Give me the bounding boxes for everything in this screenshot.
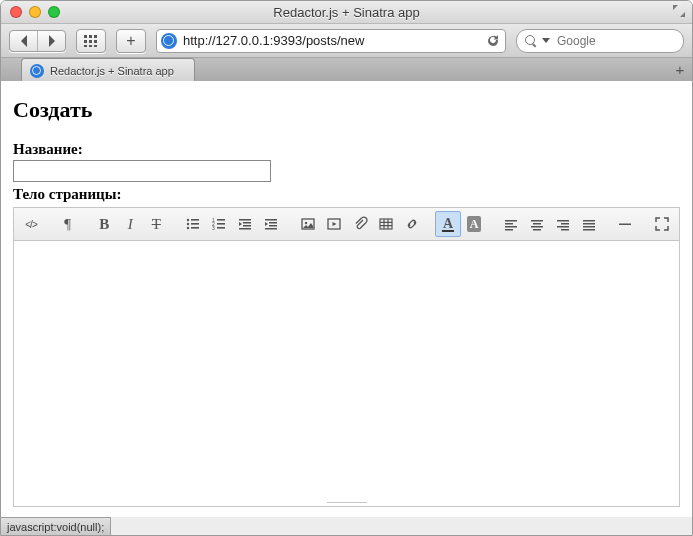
tab-strip: Redactor.js + Sinatra app + <box>1 58 692 83</box>
redactor-editor: </> ¶ B I T 123 <box>13 207 680 507</box>
editor-bold-button[interactable]: B <box>91 211 117 237</box>
minimize-window-button[interactable] <box>29 6 41 18</box>
editor-video-button[interactable] <box>321 211 347 237</box>
fullscreen-corner-icon[interactable] <box>672 4 686 18</box>
browser-tab[interactable]: Redactor.js + Sinatra app <box>21 58 195 82</box>
svg-rect-44 <box>533 229 541 231</box>
editor-backcolor-button[interactable]: A <box>461 211 487 237</box>
svg-rect-8 <box>94 45 97 47</box>
svg-rect-42 <box>533 223 541 225</box>
svg-rect-40 <box>505 229 513 231</box>
svg-rect-39 <box>505 226 517 228</box>
svg-rect-52 <box>583 229 595 231</box>
editor-indent-button[interactable] <box>258 211 284 237</box>
zoom-window-button[interactable] <box>48 6 60 18</box>
editor-toolbar: </> ¶ B I T 123 <box>14 208 679 241</box>
back-button[interactable] <box>10 31 37 51</box>
add-bookmark-button[interactable]: + <box>116 29 146 53</box>
svg-text:3: 3 <box>212 225 215 231</box>
svg-rect-53 <box>619 224 631 226</box>
window-controls <box>10 6 60 18</box>
reload-button[interactable] <box>485 33 501 49</box>
svg-rect-16 <box>217 219 225 221</box>
search-icon <box>525 35 537 47</box>
svg-rect-12 <box>191 223 199 225</box>
svg-rect-32 <box>380 219 392 229</box>
site-favicon-icon <box>161 33 177 49</box>
svg-rect-37 <box>505 220 517 222</box>
browser-window: Redactor.js + Sinatra app + http://127.0… <box>0 0 693 536</box>
svg-point-9 <box>187 219 189 221</box>
search-engine-dropdown-icon[interactable] <box>542 38 550 43</box>
svg-rect-7 <box>89 45 92 47</box>
editor-align-left-button[interactable] <box>498 211 524 237</box>
svg-rect-25 <box>265 219 277 221</box>
new-tab-button[interactable]: + <box>672 62 688 78</box>
editor-align-center-button[interactable] <box>524 211 550 237</box>
svg-rect-46 <box>561 223 569 225</box>
svg-point-30 <box>304 222 306 224</box>
editor-strike-button[interactable]: T <box>143 211 169 237</box>
editor-align-justify-button[interactable] <box>576 211 602 237</box>
search-field[interactable] <box>516 29 684 53</box>
svg-rect-2 <box>94 35 97 38</box>
editor-ul-button[interactable] <box>180 211 206 237</box>
svg-rect-28 <box>265 228 277 230</box>
editor-image-button[interactable] <box>295 211 321 237</box>
editor-italic-button[interactable]: I <box>117 211 143 237</box>
editor-table-button[interactable] <box>373 211 399 237</box>
svg-rect-38 <box>505 223 513 225</box>
svg-rect-24 <box>239 228 251 230</box>
editor-ol-button[interactable]: 123 <box>206 211 232 237</box>
name-input[interactable] <box>13 160 271 182</box>
search-input[interactable] <box>555 33 693 49</box>
tab-label: Redactor.js + Sinatra app <box>50 65 174 77</box>
close-window-button[interactable] <box>10 6 22 18</box>
editor-hr-button[interactable] <box>612 211 638 237</box>
editor-fullscreen-button[interactable] <box>649 211 675 237</box>
svg-rect-3 <box>84 40 87 43</box>
forward-button[interactable] <box>37 31 65 51</box>
editor-resize-handle[interactable] <box>327 502 367 507</box>
svg-rect-50 <box>583 223 595 225</box>
svg-rect-49 <box>583 220 595 222</box>
svg-rect-47 <box>557 226 569 228</box>
svg-rect-26 <box>269 222 277 224</box>
body-field-label: Тело страницы: <box>13 186 680 203</box>
svg-rect-5 <box>94 40 97 43</box>
svg-rect-45 <box>557 220 569 222</box>
svg-rect-20 <box>217 227 225 229</box>
svg-rect-43 <box>531 226 543 228</box>
browser-toolbar: + http://127.0.0.1:9393/posts/new <box>1 24 692 58</box>
editor-link-button[interactable] <box>399 211 425 237</box>
svg-rect-41 <box>531 220 543 222</box>
svg-rect-1 <box>89 35 92 38</box>
editor-align-right-button[interactable] <box>550 211 576 237</box>
editor-fontcolor-button[interactable]: A <box>435 211 461 237</box>
svg-rect-4 <box>89 40 92 43</box>
editor-file-button[interactable] <box>347 211 373 237</box>
svg-point-11 <box>187 223 189 225</box>
svg-rect-48 <box>561 229 569 231</box>
status-bar: javascript:void(null); <box>1 517 111 535</box>
window-titlebar: Redactor.js + Sinatra app <box>1 1 692 24</box>
editor-content-area[interactable] <box>14 241 679 507</box>
svg-rect-18 <box>217 223 225 225</box>
name-field-label: Название: <box>13 141 680 158</box>
editor-formatting-button[interactable]: ¶ <box>55 211 81 237</box>
svg-point-13 <box>187 227 189 229</box>
page-content: Создать Название: Тело страницы: </> ¶ B <box>1 81 692 517</box>
url-text: http://127.0.0.1:9393/posts/new <box>183 33 479 48</box>
page-heading: Создать <box>13 97 680 123</box>
svg-rect-23 <box>243 225 251 227</box>
svg-rect-0 <box>84 35 87 38</box>
address-bar[interactable]: http://127.0.0.1:9393/posts/new <box>156 29 506 53</box>
editor-html-button[interactable]: </> <box>18 211 44 237</box>
nav-back-forward <box>9 30 66 52</box>
svg-rect-21 <box>239 219 251 221</box>
editor-outdent-button[interactable] <box>232 211 258 237</box>
svg-rect-14 <box>191 227 199 229</box>
window-title: Redactor.js + Sinatra app <box>1 5 692 20</box>
show-all-tabs-button[interactable] <box>76 29 106 53</box>
svg-rect-10 <box>191 219 199 221</box>
